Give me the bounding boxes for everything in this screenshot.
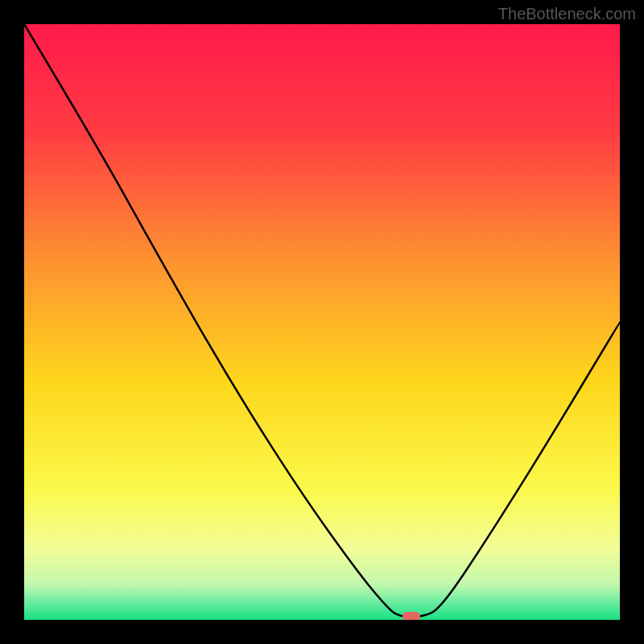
bottleneck-curve — [24, 24, 620, 620]
marker-point — [402, 612, 420, 620]
watermark-text: TheBottleneck.com — [498, 5, 636, 23]
plot-area — [24, 24, 620, 620]
